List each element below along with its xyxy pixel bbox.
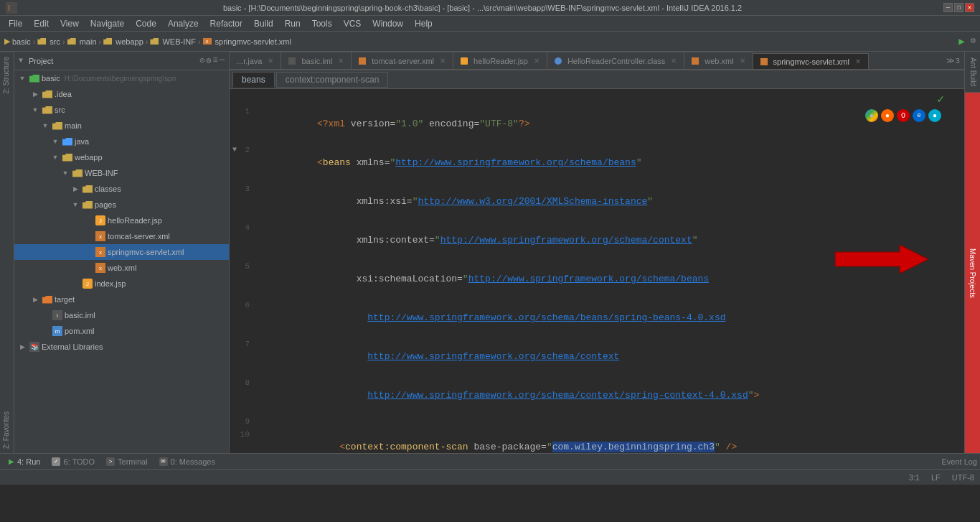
event-log-label[interactable]: Event Log xyxy=(941,457,977,466)
tab-close-springmvc[interactable]: ✕ xyxy=(855,57,861,65)
tree-node-basic-iml[interactable]: i basic.iml xyxy=(14,307,229,323)
indent-spaces-6 xyxy=(317,312,367,323)
breadcrumb-basic[interactable]: ▶ basic xyxy=(4,37,31,46)
tree-node-classes[interactable]: ▶ classes xyxy=(14,181,229,197)
tree-node-webinf[interactable]: ▼ WEB-INF xyxy=(14,165,229,181)
attr-context: xmlns:context= xyxy=(357,235,435,246)
breadcrumb-main[interactable]: main xyxy=(67,37,97,46)
todo-tab[interactable]: ✓ 6: TODO xyxy=(46,455,100,469)
close-button[interactable]: ✕ xyxy=(965,3,974,12)
menu-run[interactable]: Run xyxy=(279,17,306,30)
tree-node-java[interactable]: ▼ java xyxy=(14,134,229,149)
tree-node-webapp[interactable]: ▼ webapp xyxy=(14,149,229,165)
tree-node-src[interactable]: ▼ src xyxy=(14,102,229,118)
tab-close-helloreader[interactable]: ✕ xyxy=(534,57,540,65)
url-context: http://www.springframework.org/schema/co… xyxy=(440,235,692,246)
sidebar-dropdown-icon[interactable]: ▼ xyxy=(19,57,23,65)
node-label-iml: basic.iml xyxy=(65,311,95,320)
tree-node-helloreader-jsp[interactable]: J helloReader.jsp xyxy=(14,213,229,228)
menu-window[interactable]: Window xyxy=(367,17,409,30)
tab-tomcat[interactable]: tomcat-server.xml ✕ xyxy=(352,52,453,69)
menu-vcs[interactable]: VCS xyxy=(338,17,367,30)
minimize-button[interactable]: — xyxy=(943,3,953,12)
line-num-3: 3 xyxy=(230,182,255,195)
menu-analyze[interactable]: Analyze xyxy=(162,17,204,30)
breadcrumb-tab-context-scan[interactable]: context:component-scan xyxy=(276,72,389,88)
tab-close-tomcat[interactable]: ✕ xyxy=(440,57,446,65)
menu-view[interactable]: View xyxy=(55,17,85,30)
tree-node-springmvc-xml[interactable]: x springmvc-servlet.xml xyxy=(14,244,229,260)
bracket-open-beans: < xyxy=(317,157,323,168)
expand-icon-java: ▼ xyxy=(50,136,60,146)
favorites-tab[interactable]: 2: Favorites xyxy=(0,407,14,453)
tree-node-idea[interactable]: ▶ .idea xyxy=(14,86,229,102)
sidebar-sync-btn[interactable]: ⊙ xyxy=(199,55,204,66)
tree-node-web-xml[interactable]: x web.xml xyxy=(14,260,229,276)
code-line-7: 7 http://www.springframework.org/schema/… xyxy=(230,337,964,376)
menu-build[interactable]: Build xyxy=(248,17,279,30)
breadcrumb-file[interactable]: x springmvc-servlet.xml xyxy=(203,37,291,46)
tab-close-java[interactable]: ✕ xyxy=(268,57,273,65)
tree-node-tomcat-server-xml[interactable]: x tomcat-server.xml xyxy=(14,228,229,244)
tab-springmvc[interactable]: springmvc-servlet.xml ✕ xyxy=(753,53,869,70)
messages-tab[interactable]: ✉ 0: Messages xyxy=(154,455,221,469)
structure-tab[interactable]: 2: Structure xyxy=(0,52,14,98)
menu-tools[interactable]: Tools xyxy=(306,17,338,30)
breadcrumb-src[interactable]: src xyxy=(37,37,60,46)
xml-val-version: "1.0" xyxy=(395,118,423,129)
menu-refactor[interactable]: Refactor xyxy=(204,17,248,30)
breadcrumb-tab-context-scan-label: context:component-scan xyxy=(286,75,380,85)
ant-build-tab[interactable]: Ant Build xyxy=(965,52,980,93)
sidebar-actions: ⊙ ⚙ ≡ — xyxy=(199,55,225,66)
node-label-webinf: WEB-INF xyxy=(85,169,118,177)
menu-help[interactable]: Help xyxy=(409,17,438,30)
breadcrumb-webinf[interactable]: WEB-INF xyxy=(150,37,195,46)
tab-controller[interactable]: HelloReaderController.class ✕ xyxy=(547,52,684,69)
tab-close-controller[interactable]: ✕ xyxy=(671,57,677,65)
tree-node-index-jsp[interactable]: J index.jsp xyxy=(14,276,229,292)
node-label-basic: basic xyxy=(42,74,60,83)
maven-projects-tab[interactable]: Maven Projects xyxy=(965,93,980,453)
node-label-idea: .idea xyxy=(55,90,72,98)
tab-java[interactable]: ...r.java ✕ xyxy=(230,52,281,69)
tree-node-target[interactable]: ▶ target xyxy=(14,292,229,307)
xml-pi-end: ?> xyxy=(519,118,530,129)
restore-button[interactable]: ❐ xyxy=(954,3,963,12)
tab-label-webxml: web.xml xyxy=(705,57,733,65)
code-line-4: 4 xmlns:context="http://www.springframew… xyxy=(230,221,964,260)
sidebar-gear-btn[interactable]: ⚙ xyxy=(206,55,211,66)
code-content-10: <context:component-scan base-package="co… xyxy=(255,428,737,453)
line-num-2: ▼ 2 xyxy=(230,144,255,157)
breadcrumb-tab-beans[interactable]: beans xyxy=(232,72,275,88)
safari-icon: ● xyxy=(928,109,941,122)
todo-icon: ✓ xyxy=(52,457,60,466)
tab-webxml[interactable]: web.xml ✕ xyxy=(684,52,753,69)
breadcrumb-webapp[interactable]: webapp xyxy=(103,37,143,46)
code-line-2: ▼ 2 <beans xmlns="http://www.springframe… xyxy=(230,144,964,182)
terminal-tab[interactable]: > Terminal xyxy=(100,455,154,469)
tree-node-ext-libs[interactable]: ▶ 📚 External Libraries xyxy=(14,339,229,355)
fold-beans[interactable]: ▼ xyxy=(230,144,240,157)
tab-overflow[interactable]: ≫3 xyxy=(942,52,964,69)
tree-node-basic[interactable]: ▼ basic H:\Documents\beginningspring\spr… xyxy=(14,70,229,86)
menu-navigate[interactable]: Navigate xyxy=(85,17,130,30)
tab-helloreader[interactable]: helloReader.jsp ✕ xyxy=(453,52,547,69)
sidebar-settings-btn[interactable]: ≡ xyxy=(213,55,218,66)
toolbar-run-btn[interactable]: ▶ xyxy=(958,35,964,47)
tree-node-pom[interactable]: m pom.xml xyxy=(14,323,229,339)
tab-iml[interactable]: basic.iml ✕ xyxy=(281,52,352,69)
tab-close-iml[interactable]: ✕ xyxy=(338,57,344,65)
menu-edit[interactable]: Edit xyxy=(28,17,55,30)
tab-close-webxml[interactable]: ✕ xyxy=(740,57,745,65)
tab-label-controller: HelloReaderController.class xyxy=(567,57,665,65)
sidebar-collapse-btn[interactable]: — xyxy=(220,55,225,66)
toolbar-settings-btn[interactable]: ⚙ xyxy=(971,35,976,47)
messages-icon: ✉ xyxy=(159,457,168,466)
tree-node-main[interactable]: ▼ main xyxy=(14,118,229,134)
node-label-main: main xyxy=(65,121,82,130)
tree-node-pages[interactable]: ▼ pages xyxy=(14,197,229,213)
menu-code[interactable]: Code xyxy=(130,17,162,30)
run-tab[interactable]: ▶ 4: Run xyxy=(3,455,46,469)
code-editor[interactable]: ● ● O e ● ✓ 1 xyxy=(230,89,964,453)
menu-file[interactable]: File xyxy=(3,17,28,30)
